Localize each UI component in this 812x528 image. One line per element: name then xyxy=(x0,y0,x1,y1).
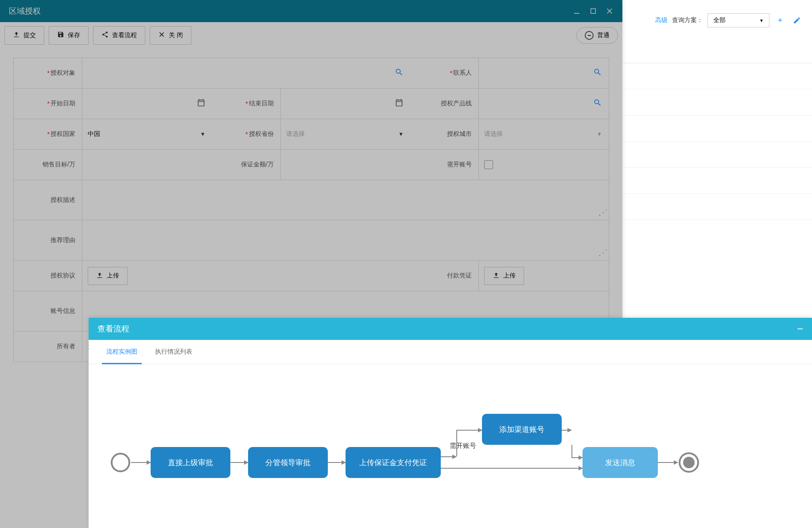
chevron-down-icon: ▼ xyxy=(398,131,404,137)
recommend-reason-label: 推荐理由 xyxy=(14,220,82,260)
flow-minimize-button[interactable]: − xyxy=(797,323,803,335)
auth-city-select[interactable]: 请选择 ▼ xyxy=(479,119,609,149)
upload-icon xyxy=(96,272,103,280)
submit-button[interactable]: 提交 xyxy=(4,26,44,45)
flow-arrow xyxy=(658,462,678,463)
scheme-label: 查询方案： xyxy=(672,16,703,24)
auth-province-placeholder: 请选择 xyxy=(286,130,305,138)
add-scheme-button[interactable]: + xyxy=(774,14,786,27)
maximize-button[interactable] xyxy=(590,7,597,15)
auth-province-select[interactable]: 请选择 ▼ xyxy=(281,119,411,149)
flow-arrow xyxy=(441,468,583,469)
flow-title: 查看流程 xyxy=(97,324,129,334)
resize-handle-icon[interactable]: ⋰ xyxy=(598,248,605,258)
recommend-reason-textarea[interactable]: ⋰ xyxy=(82,220,609,260)
owner-label: 所有者 xyxy=(14,331,82,362)
calendar-icon[interactable] xyxy=(395,98,404,109)
resize-handle-icon[interactable]: ⋰ xyxy=(598,208,605,217)
auth-desc-label: 授权描述 xyxy=(14,180,82,220)
flow-end-node xyxy=(679,452,699,473)
flow-arrow xyxy=(571,457,583,458)
product-line-label: 授权产品线 xyxy=(410,89,479,119)
flow-node-3: 上传保证金支付凭证 xyxy=(346,447,441,478)
payment-proof-cell: 上传 xyxy=(479,261,609,291)
flow-arrow xyxy=(131,462,151,463)
flow-panel: 查看流程 − 流程实例图 执行情况列表 直接上级审批 分管领导审批 上传保证金支… xyxy=(89,318,812,528)
scheme-value: 全部 xyxy=(713,16,726,24)
advanced-link[interactable]: 高级 xyxy=(655,16,668,24)
account-info-label: 账号信息 xyxy=(14,291,82,331)
calendar-icon[interactable] xyxy=(197,98,206,109)
need-account-label: 需开账号 xyxy=(410,150,479,180)
flow-titlebar: 查看流程 − xyxy=(89,318,812,340)
flow-arrow xyxy=(456,430,482,431)
pencil-icon xyxy=(793,16,801,24)
end-date-label: 结束日期 xyxy=(212,89,281,119)
auth-object-label: 授权对象 xyxy=(14,58,82,88)
chevron-down-icon: ▼ xyxy=(200,131,206,137)
flow-node-5: 发送消息 xyxy=(583,447,658,478)
auth-agreement-upload-button[interactable]: 上传 xyxy=(88,267,128,285)
flow-arrow xyxy=(441,456,456,457)
save-button[interactable]: 保存 xyxy=(49,26,89,45)
search-icon[interactable] xyxy=(593,68,602,79)
svg-rect-1 xyxy=(591,9,596,14)
close-label: 关 闭 xyxy=(169,31,183,39)
sales-target-label: 销售目标/万 xyxy=(14,150,82,180)
search-icon[interactable] xyxy=(593,98,602,109)
flow-branch-label: 需开账号 xyxy=(450,442,476,450)
tab-diagram[interactable]: 流程实例图 xyxy=(97,340,146,364)
flow-node-1: 直接上级审批 xyxy=(151,447,230,478)
flow-arrow xyxy=(230,462,248,463)
auth-country-select[interactable]: 中国 ▼ xyxy=(82,119,212,149)
close-button[interactable] xyxy=(606,7,614,15)
modal-titlebar: 区域授权 xyxy=(0,0,622,22)
auth-desc-textarea[interactable]: ⋰ xyxy=(82,180,609,220)
start-date-label: 开始日期 xyxy=(14,89,82,119)
flow-canvas: 直接上级审批 分管领导审批 上传保证金支付凭证 需开账号 添加渠道账号 发送消息 xyxy=(89,364,812,519)
end-date-input[interactable] xyxy=(281,89,411,119)
edit-scheme-button[interactable] xyxy=(791,14,803,27)
deposit-amount-input[interactable] xyxy=(281,150,411,180)
view-flow-button[interactable]: 查看流程 xyxy=(93,26,145,45)
upload-icon xyxy=(493,272,500,280)
need-account-checkbox[interactable] xyxy=(484,160,493,169)
auth-country-label: 授权国家 xyxy=(14,119,82,149)
upload-label: 上传 xyxy=(503,272,516,280)
chevron-down-icon: ▼ xyxy=(759,18,764,23)
flow-node-4: 添加渠道账号 xyxy=(482,414,562,445)
auth-agreement-cell: 上传 xyxy=(82,261,410,291)
flow-start-node xyxy=(111,453,130,472)
sales-target-input[interactable] xyxy=(82,150,212,180)
circle-minus-icon: − xyxy=(585,31,594,40)
share-icon xyxy=(101,31,109,40)
auth-agreement-label: 授权协议 xyxy=(14,261,82,291)
minimize-button[interactable] xyxy=(573,7,581,15)
auth-city-placeholder: 请选择 xyxy=(484,130,503,138)
save-icon xyxy=(57,31,64,40)
close-icon xyxy=(606,7,614,15)
payment-proof-upload-button[interactable]: 上传 xyxy=(484,267,524,285)
close-toolbar-button[interactable]: 关 闭 xyxy=(150,26,191,45)
scheme-select[interactable]: 全部 ▼ xyxy=(707,13,769,27)
product-line-input[interactable] xyxy=(479,89,609,119)
auth-city-label: 授权城市 xyxy=(410,119,479,149)
flow-tabs: 流程实例图 执行情况列表 xyxy=(89,340,812,364)
x-icon xyxy=(158,31,165,40)
save-label: 保存 xyxy=(68,31,80,39)
flow-connector xyxy=(571,445,572,457)
plus-icon: + xyxy=(778,16,783,25)
auth-country-value: 中国 xyxy=(88,130,100,138)
status-text: 普通 xyxy=(597,31,610,39)
flow-arrow xyxy=(328,462,346,463)
view-flow-label: 查看流程 xyxy=(112,31,137,39)
flow-connector xyxy=(562,430,571,431)
search-icon[interactable] xyxy=(395,68,404,79)
payment-proof-label: 付款凭证 xyxy=(410,261,479,291)
auth-object-input[interactable] xyxy=(82,58,410,88)
flow-node-2: 分管领导审批 xyxy=(248,447,328,478)
upload-icon xyxy=(13,31,20,40)
tab-list[interactable]: 执行情况列表 xyxy=(146,340,201,364)
start-date-input[interactable] xyxy=(82,89,212,119)
contact-input[interactable] xyxy=(479,58,609,88)
